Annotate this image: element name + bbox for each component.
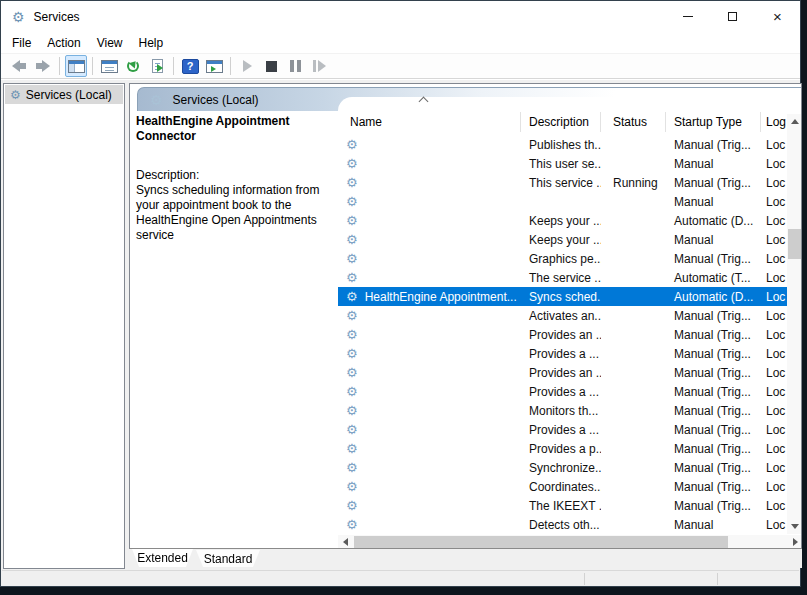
export-list-icon bbox=[152, 59, 163, 73]
restart-service-button[interactable] bbox=[308, 55, 330, 77]
caption-buttons bbox=[665, 1, 800, 32]
service-log-on-as-cell: Loc bbox=[761, 192, 787, 211]
service-startup-type-cell: Manual (Trig... bbox=[666, 420, 761, 439]
service-gear-icon bbox=[346, 404, 358, 417]
service-row[interactable]: ManualLoc bbox=[338, 192, 787, 211]
service-row[interactable]: Activates an...Manual (Trig...Loc bbox=[338, 306, 787, 325]
show-console-tree-button[interactable] bbox=[65, 55, 87, 77]
menu-action[interactable]: Action bbox=[39, 33, 88, 53]
service-row[interactable]: This user se...ManualLoc bbox=[338, 154, 787, 173]
status-bar-divider bbox=[584, 573, 585, 585]
horizontal-scrollbar[interactable] bbox=[338, 535, 802, 549]
column-header-status[interactable]: Status bbox=[601, 112, 666, 132]
service-row[interactable]: Synchronize...Manual (Trig...Loc bbox=[338, 458, 787, 477]
back-button[interactable] bbox=[8, 55, 30, 77]
horizontal-scrollbar-thumb[interactable] bbox=[354, 536, 728, 548]
service-row[interactable]: Provides an ...Manual (Trig...Loc bbox=[338, 325, 787, 344]
minimize-button[interactable] bbox=[665, 1, 710, 32]
service-description-cell: Keeps your ... bbox=[521, 230, 601, 249]
maximize-icon bbox=[728, 12, 737, 21]
service-status-cell bbox=[601, 496, 666, 515]
scroll-left-icon[interactable] bbox=[338, 535, 352, 549]
service-log-on-as-cell: Loc bbox=[761, 515, 787, 534]
tree-item-services-local[interactable]: Services (Local) bbox=[5, 85, 123, 104]
forward-button[interactable] bbox=[32, 55, 54, 77]
services-gear-icon bbox=[10, 89, 21, 101]
service-description-cell: Provides a p... bbox=[521, 439, 601, 458]
service-log-on-as-cell: Loc bbox=[761, 458, 787, 477]
service-row[interactable]: Provides a ...Manual (Trig...Loc bbox=[338, 382, 787, 401]
service-gear-icon bbox=[346, 195, 358, 208]
start-service-button[interactable] bbox=[236, 55, 258, 77]
column-header-startup-type[interactable]: Startup Type bbox=[666, 112, 761, 132]
action-pane-icon bbox=[206, 60, 223, 73]
maximize-button[interactable] bbox=[710, 1, 755, 32]
service-name-cell bbox=[338, 401, 521, 420]
scroll-right-icon[interactable] bbox=[788, 535, 802, 549]
toolbar bbox=[1, 54, 800, 79]
service-status-cell bbox=[601, 325, 666, 344]
service-log-on-as-cell: Loc bbox=[761, 154, 787, 173]
menu-help[interactable]: Help bbox=[131, 33, 172, 53]
tab-standard[interactable]: Standard bbox=[196, 550, 260, 567]
description-label: Description: bbox=[136, 168, 199, 182]
service-row[interactable]: Graphics pe...Manual (Trig...Loc bbox=[338, 249, 787, 268]
service-row[interactable]: Coordinates...Manual (Trig...Loc bbox=[338, 477, 787, 496]
refresh-button[interactable] bbox=[122, 55, 144, 77]
service-row[interactable]: Provides a ...Manual (Trig...Loc bbox=[338, 344, 787, 363]
service-description-cell: Synchronize... bbox=[521, 458, 601, 477]
service-name-cell bbox=[338, 363, 521, 382]
service-row[interactable]: Detects oth...ManualLoc bbox=[338, 515, 787, 534]
service-log-on-as-cell: Loc bbox=[761, 135, 787, 154]
column-header-description[interactable]: Description bbox=[521, 112, 601, 132]
properties-button[interactable] bbox=[98, 55, 120, 77]
vertical-scrollbar[interactable] bbox=[787, 114, 802, 534]
service-startup-type-cell: Manual (Trig... bbox=[666, 135, 761, 154]
menu-file[interactable]: File bbox=[4, 33, 39, 53]
show-action-pane-button[interactable] bbox=[203, 55, 225, 77]
service-status-cell bbox=[601, 154, 666, 173]
service-startup-type-cell: Manual (Trig... bbox=[666, 458, 761, 477]
scroll-up-icon[interactable] bbox=[787, 114, 802, 129]
help-button[interactable] bbox=[179, 55, 201, 77]
service-row[interactable]: HealthEngine Appointment...Syncs sched..… bbox=[338, 287, 787, 306]
play-icon bbox=[243, 60, 252, 72]
service-log-on-as-cell: Loc bbox=[761, 230, 787, 249]
scroll-down-icon[interactable] bbox=[787, 519, 802, 534]
column-header-log-on-as[interactable]: Log bbox=[761, 112, 787, 132]
vertical-scrollbar-thumb[interactable] bbox=[788, 229, 801, 259]
menu-bar: File Action View Help bbox=[1, 32, 800, 54]
minimize-icon bbox=[683, 16, 693, 17]
service-name-cell bbox=[338, 477, 521, 496]
service-row[interactable]: Publishes th...Manual (Trig...Loc bbox=[338, 135, 787, 154]
service-name-cell bbox=[338, 420, 521, 439]
close-icon bbox=[773, 9, 782, 24]
service-row[interactable]: Monitors th...Manual (Trig...Loc bbox=[338, 401, 787, 420]
service-status-cell bbox=[601, 382, 666, 401]
service-row[interactable]: Keeps your ...Automatic (D...Loc bbox=[338, 211, 787, 230]
close-button[interactable] bbox=[755, 1, 800, 32]
stop-service-button[interactable] bbox=[260, 55, 282, 77]
service-list-rows: Publishes th...Manual (Trig...LocThis us… bbox=[338, 135, 787, 534]
service-description-cell bbox=[521, 192, 601, 211]
service-row[interactable]: Provides a ...Manual (Trig...Loc bbox=[338, 420, 787, 439]
view-tab-strip: Extended Standard bbox=[129, 549, 802, 568]
service-row[interactable]: Keeps your ...ManualLoc bbox=[338, 230, 787, 249]
service-row[interactable]: Provides a p...Manual (Trig...Loc bbox=[338, 439, 787, 458]
menu-view[interactable]: View bbox=[89, 33, 131, 53]
tab-extended[interactable]: Extended bbox=[132, 549, 193, 567]
desktop: { "window": { "title": "Services" }, "me… bbox=[0, 0, 807, 595]
app-gear-icon bbox=[12, 10, 25, 24]
service-row[interactable]: The service ...Automatic (T...Loc bbox=[338, 268, 787, 287]
service-startup-type-cell: Manual bbox=[666, 192, 761, 211]
service-row[interactable]: The IKEEXT ...Manual (Trig...Loc bbox=[338, 496, 787, 515]
export-list-button[interactable] bbox=[146, 55, 168, 77]
service-name-cell bbox=[338, 439, 521, 458]
service-row[interactable]: Provides an ...Manual (Trig...Loc bbox=[338, 363, 787, 382]
column-header-name[interactable]: Name bbox=[338, 112, 521, 132]
service-row[interactable]: This service ...RunningManual (Trig...Lo… bbox=[338, 173, 787, 192]
service-status-cell bbox=[601, 211, 666, 230]
pause-service-button[interactable] bbox=[284, 55, 306, 77]
service-status-cell bbox=[601, 420, 666, 439]
service-gear-icon bbox=[346, 328, 358, 341]
